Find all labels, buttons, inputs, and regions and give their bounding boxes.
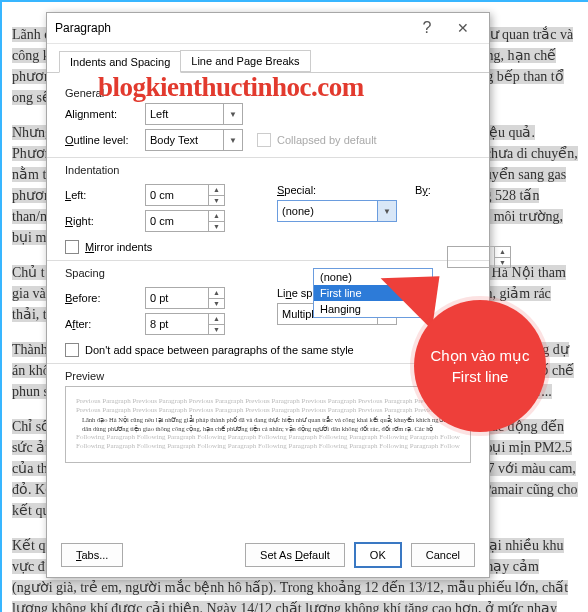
- right-label: Right:: [65, 215, 145, 227]
- special-combo[interactable]: (none) ▼: [277, 200, 397, 222]
- tabs-button[interactable]: Tabs...: [61, 543, 123, 567]
- tab-strip: Indents and Spacing Line and Page Breaks: [47, 44, 489, 73]
- special-label: Special:: [277, 184, 337, 196]
- preview-box: Previous Paragraph Previous Paragraph Pr…: [65, 386, 471, 463]
- button-row: Tabs... Set As Default OK Cancel: [47, 543, 489, 567]
- by-spinner[interactable]: ▲▼: [447, 246, 511, 268]
- help-button[interactable]: ?: [409, 19, 445, 37]
- after-spinner[interactable]: 8 pt ▲▼: [145, 313, 225, 335]
- before-spinner[interactable]: 0 pt ▲▼: [145, 287, 225, 309]
- preview-header: Preview: [65, 370, 471, 382]
- outline-combo[interactable]: Body Text▼: [145, 129, 243, 151]
- alignment-combo[interactable]: Left▼: [145, 103, 243, 125]
- left-label: Left:: [65, 189, 145, 201]
- indent-left-spinner[interactable]: 0 cm ▲▼: [145, 184, 225, 206]
- general-header: General: [65, 87, 471, 99]
- collapsed-checkbox: Collapsed by default: [257, 133, 377, 147]
- outline-label: Outline level:: [65, 134, 145, 146]
- chevron-down-icon: ▼: [377, 201, 396, 221]
- indent-right-spinner[interactable]: 0 cm ▲▼: [145, 210, 225, 232]
- title-bar: Paragraph ? ✕: [47, 13, 489, 44]
- set-default-button[interactable]: Set As Default: [245, 543, 345, 567]
- chevron-down-icon: ▼: [223, 130, 242, 150]
- indentation-header: Indentation: [65, 164, 471, 176]
- close-button[interactable]: ✕: [445, 20, 481, 36]
- alignment-label: Alignment:: [65, 108, 145, 120]
- ok-button[interactable]: OK: [355, 543, 401, 567]
- after-label: After:: [65, 318, 145, 330]
- cancel-button[interactable]: Cancel: [411, 543, 475, 567]
- no-add-space-checkbox[interactable]: Don't add space between paragraphs of th…: [65, 343, 471, 357]
- tab-indents-spacing[interactable]: Indents and Spacing: [59, 51, 181, 73]
- chevron-down-icon: ▼: [223, 104, 242, 124]
- mirror-indents-checkbox[interactable]: Mirror indents: [65, 240, 471, 254]
- dialog-title: Paragraph: [55, 21, 409, 35]
- before-label: Before:: [65, 292, 145, 304]
- tab-line-page-breaks[interactable]: Line and Page Breaks: [180, 50, 310, 72]
- by-label: By:: [415, 184, 431, 196]
